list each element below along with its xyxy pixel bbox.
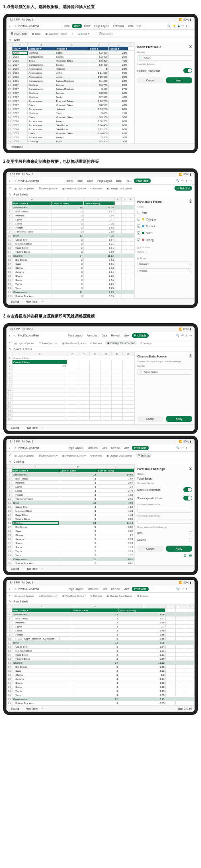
insert-button[interactable]: Insert (166, 77, 193, 83)
copilot-icon[interactable]: ◆ (178, 25, 180, 28)
autofit-toggle[interactable] (183, 487, 192, 492)
settings-button[interactable]: ⚙ Settings (135, 453, 152, 458)
field-rating[interactable]: Rating (137, 237, 192, 242)
undo-icon[interactable]: ↶ (181, 25, 184, 28)
source-range-input[interactable]: Table1[Sales] (137, 369, 192, 375)
bulb-icon[interactable]: 💡 (172, 25, 176, 28)
rows-field-product[interactable]: Product › (137, 268, 192, 273)
source-label: Source (137, 51, 192, 53)
tablet-screenshot-3: 2:41 PM Fri Dec 8📶 80% ▮ ‹○ PivotTa...on… (3, 323, 198, 434)
field-sales[interactable]: Sales (137, 230, 192, 235)
field-year[interactable]: Year (137, 210, 192, 215)
cancel-button[interactable]: Cancel (137, 77, 164, 83)
pivot-name: Total Sales (137, 477, 192, 480)
autosave-icon[interactable]: ○ (14, 25, 16, 27)
col-checkbox[interactable] (189, 538, 192, 541)
field-category[interactable]: Category (137, 217, 192, 222)
tablet-screenshot-1: 2:34 PM Fri Dec 8 📶 86% ▮ ‹ ○ PivotTa...… (3, 14, 198, 153)
doc-title[interactable]: PivotTa...on iPad (18, 179, 39, 182)
ctx-comment[interactable]: Comment (43, 637, 54, 640)
tab-insert[interactable]: Insert (72, 24, 82, 28)
change-data-source-panel: Change Data Sourceⓧ Choose the data that… (134, 352, 195, 424)
refresh-button[interactable]: ⟳ Refresh (89, 187, 103, 190)
insert-comment-button[interactable]: 💬 Comment (97, 32, 115, 35)
tablet-screenshot-5: 2:42 PM Fri Dec 8📶 80% ▮ ‹○ PivotTa...on… (3, 577, 198, 715)
row-checkbox[interactable] (189, 531, 192, 534)
tab-pivottable[interactable]: PivotTable (132, 333, 149, 338)
pivot-styles-button[interactable]: ▦ PivotTable Styles ▾ (61, 187, 87, 190)
tab-pivottable[interactable]: PivotTable (134, 179, 151, 183)
pivot-fields-panel: PivotTable Fieldsⓧ Fields Year Category … (134, 197, 195, 298)
cancel-button[interactable]: Cancel (137, 546, 164, 552)
style-options-button[interactable]: ☰ Style Options ▾ (37, 187, 59, 190)
insert-pivottable-button[interactable]: ▦ PivotTable (9, 31, 29, 36)
undo-icon[interactable]: ↶ (9, 187, 11, 190)
ipad-statusbar: 2:34 PM Fri Dec 8 📶 86% ▮ (6, 17, 195, 23)
ctx-copy[interactable]: Copy (24, 637, 30, 640)
tab-review[interactable]: Re… (136, 24, 145, 28)
tab-home[interactable]: Home (61, 24, 71, 28)
tablet-screenshot-4: 2:40 PM Fri Dec 8📶 80% ▮ ‹○ PivotTa...on… (3, 436, 198, 575)
expand-toggle[interactable] (183, 496, 192, 500)
insert-table-button[interactable]: ▦ Table (30, 32, 42, 35)
worksheet[interactable]: ABCDEF2Row Labels ▾Count of SalesSum of … (6, 604, 195, 705)
ribbon-tabs: Home Insert Draw Page Layout Formulas Da… (61, 24, 145, 28)
caption-3: 3.点击透视表并选择更改源数据即可无缝调整源数据 (0, 309, 201, 322)
change-source-button[interactable]: ▣ Change Data Source (105, 187, 134, 190)
tablet-screenshot-2: 2:39 PM Fri Dec 8📶 90% ▮ ‹ ○ PivotTa...o… (3, 168, 198, 308)
doc-title[interactable]: PivotTa...on iPad (18, 25, 39, 27)
worksheet[interactable]: ABC2Row Labels ▾Count of SalesSum of Rat… (6, 464, 134, 565)
close-icon[interactable]: ⓧ (189, 45, 192, 49)
context-menu: CutCopyRefreshComment› (16, 637, 59, 641)
insert-pivottable-panel: Insert PivotTableⓧ Source Table1 Inserti… (134, 42, 195, 143)
close-icon[interactable]: ⓧ (189, 354, 192, 358)
panel-title: Insert PivotTable (137, 45, 161, 49)
back-icon[interactable]: ‹ (9, 24, 13, 28)
ctx-more[interactable]: › (57, 637, 57, 640)
tab-formulas[interactable]: Formulas (111, 24, 125, 28)
tab-pagelayout[interactable]: Page Layout (93, 24, 111, 28)
layout-options-button[interactable]: ▤ Layout Options (13, 187, 35, 190)
close-icon[interactable]: ⓧ (189, 467, 192, 471)
add-sheet-icon[interactable]: + (27, 145, 29, 148)
rows-field-category[interactable]: Category › (137, 262, 192, 266)
source-picker[interactable]: Table1 (137, 55, 192, 61)
settings-gear-icon[interactable]: ⚙ (183, 554, 187, 558)
new-sheet-label: Insert on new sheet (137, 69, 160, 72)
formula-bar[interactable]: Count of Sales (13, 348, 32, 351)
ctx-refresh[interactable]: Refresh (32, 637, 41, 640)
formula-bar[interactable]: 2016 (13, 38, 20, 41)
panel-desc: Choose the data that you want to analyze (137, 360, 192, 363)
insert-data-from-picture-button[interactable]: ▣ Data from Picture (44, 32, 69, 35)
autosave-icon[interactable]: ○ (14, 179, 16, 182)
more-icon[interactable]: ⋯ (189, 25, 192, 28)
caption-2: 2.使用字段列表来定制表格数据，包括拖动重新排序等 (0, 155, 201, 167)
error-value-input[interactable] (137, 508, 192, 513)
field-list-icon[interactable]: ☰ (189, 554, 192, 558)
apply-button[interactable]: Apply (166, 546, 193, 552)
worksheet[interactable]: ABCDEFYear ▾Category ▾Product ▾Sales ▾Ra… (6, 42, 134, 143)
change-source-button[interactable]: ▣ Change Data Source (105, 341, 137, 345)
worksheet[interactable]: ABCDEFG2Count of Sales3Count of Sales475… (6, 352, 134, 424)
ctx-cut[interactable]: Cut (18, 637, 22, 640)
caption-1: 1.点击导航的插入、选择数据板、选择源和插入位置 (0, 0, 201, 12)
field-product[interactable]: Product (137, 224, 192, 228)
tab-draw[interactable]: Draw (83, 24, 92, 28)
cancel-button[interactable]: Cancel (137, 416, 164, 422)
pivot-settings-panel: PivotTable Settingsⓧ Name Total Sales So… (134, 464, 195, 565)
tab-data[interactable]: Data (126, 24, 135, 28)
apply-button[interactable]: Apply (166, 416, 193, 422)
close-icon[interactable]: ⓧ (189, 199, 192, 204)
sheet-tab-pivottable[interactable]: PivotTable (9, 145, 25, 149)
empty-value-input[interactable] (137, 519, 192, 524)
fx-label: fx (9, 38, 11, 41)
share-icon[interactable]: ⇧ (185, 25, 188, 28)
status-sum: Sum: 347.04 (177, 707, 192, 710)
worksheet[interactable]: ABCDEF2Row Labels ▾Count of SalesSum of … (6, 197, 134, 298)
insert-chart-button[interactable]: 📊 Chart ▾ (76, 32, 90, 35)
field-list-button[interactable]: ☰ Field List (174, 186, 192, 191)
formula-bar[interactable]: Row Labels (13, 193, 28, 196)
search-icon[interactable]: 🔍 (167, 25, 171, 28)
back-icon[interactable]: ‹ (9, 179, 13, 183)
new-sheet-toggle[interactable] (183, 68, 192, 73)
